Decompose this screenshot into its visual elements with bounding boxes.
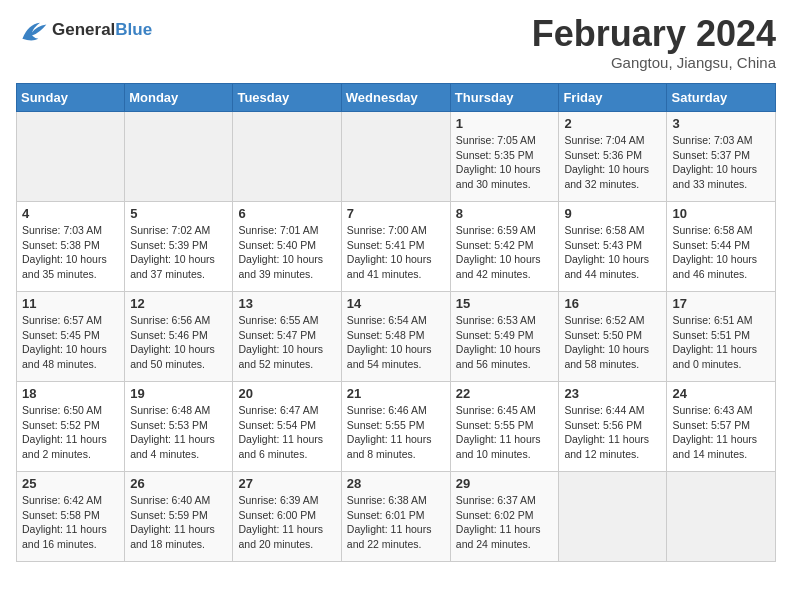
day-number: 7 [347, 206, 445, 221]
day-number: 9 [564, 206, 661, 221]
day-number: 22 [456, 386, 554, 401]
calendar-cell: 28Sunrise: 6:38 AM Sunset: 6:01 PM Dayli… [341, 472, 450, 562]
logo-text: GeneralBlue [52, 20, 152, 40]
calendar-cell: 1Sunrise: 7:05 AM Sunset: 5:35 PM Daylig… [450, 112, 559, 202]
day-number: 11 [22, 296, 119, 311]
day-info: Sunrise: 6:42 AM Sunset: 5:58 PM Dayligh… [22, 493, 119, 552]
calendar-cell: 5Sunrise: 7:02 AM Sunset: 5:39 PM Daylig… [125, 202, 233, 292]
calendar-cell: 14Sunrise: 6:54 AM Sunset: 5:48 PM Dayli… [341, 292, 450, 382]
day-info: Sunrise: 6:37 AM Sunset: 6:02 PM Dayligh… [456, 493, 554, 552]
day-info: Sunrise: 6:51 AM Sunset: 5:51 PM Dayligh… [672, 313, 770, 372]
day-info: Sunrise: 6:58 AM Sunset: 5:44 PM Dayligh… [672, 223, 770, 282]
calendar-cell: 20Sunrise: 6:47 AM Sunset: 5:54 PM Dayli… [233, 382, 341, 472]
weekday-header: Friday [559, 84, 667, 112]
calendar-cell: 11Sunrise: 6:57 AM Sunset: 5:45 PM Dayli… [17, 292, 125, 382]
calendar-cell: 10Sunrise: 6:58 AM Sunset: 5:44 PM Dayli… [667, 202, 776, 292]
calendar-cell: 23Sunrise: 6:44 AM Sunset: 5:56 PM Dayli… [559, 382, 667, 472]
day-number: 28 [347, 476, 445, 491]
calendar-cell: 18Sunrise: 6:50 AM Sunset: 5:52 PM Dayli… [17, 382, 125, 472]
day-number: 14 [347, 296, 445, 311]
weekday-header: Saturday [667, 84, 776, 112]
calendar-week-row: 18Sunrise: 6:50 AM Sunset: 5:52 PM Dayli… [17, 382, 776, 472]
calendar-cell: 24Sunrise: 6:43 AM Sunset: 5:57 PM Dayli… [667, 382, 776, 472]
weekday-header: Wednesday [341, 84, 450, 112]
day-info: Sunrise: 6:57 AM Sunset: 5:45 PM Dayligh… [22, 313, 119, 372]
calendar-cell: 4Sunrise: 7:03 AM Sunset: 5:38 PM Daylig… [17, 202, 125, 292]
calendar-cell: 8Sunrise: 6:59 AM Sunset: 5:42 PM Daylig… [450, 202, 559, 292]
logo: GeneralBlue [16, 16, 152, 44]
calendar-cell [341, 112, 450, 202]
day-number: 18 [22, 386, 119, 401]
calendar-cell [667, 472, 776, 562]
calendar-cell: 9Sunrise: 6:58 AM Sunset: 5:43 PM Daylig… [559, 202, 667, 292]
day-number: 15 [456, 296, 554, 311]
day-info: Sunrise: 7:02 AM Sunset: 5:39 PM Dayligh… [130, 223, 227, 282]
calendar-cell [559, 472, 667, 562]
calendar-cell: 3Sunrise: 7:03 AM Sunset: 5:37 PM Daylig… [667, 112, 776, 202]
day-info: Sunrise: 6:55 AM Sunset: 5:47 PM Dayligh… [238, 313, 335, 372]
day-info: Sunrise: 6:56 AM Sunset: 5:46 PM Dayligh… [130, 313, 227, 372]
location: Gangtou, Jiangsu, China [532, 54, 776, 71]
day-info: Sunrise: 7:05 AM Sunset: 5:35 PM Dayligh… [456, 133, 554, 192]
calendar-week-row: 25Sunrise: 6:42 AM Sunset: 5:58 PM Dayli… [17, 472, 776, 562]
day-number: 24 [672, 386, 770, 401]
day-info: Sunrise: 6:40 AM Sunset: 5:59 PM Dayligh… [130, 493, 227, 552]
day-number: 3 [672, 116, 770, 131]
day-number: 21 [347, 386, 445, 401]
day-info: Sunrise: 7:03 AM Sunset: 5:37 PM Dayligh… [672, 133, 770, 192]
day-number: 5 [130, 206, 227, 221]
day-number: 27 [238, 476, 335, 491]
day-number: 8 [456, 206, 554, 221]
day-number: 19 [130, 386, 227, 401]
calendar-cell: 19Sunrise: 6:48 AM Sunset: 5:53 PM Dayli… [125, 382, 233, 472]
day-number: 12 [130, 296, 227, 311]
calendar-week-row: 1Sunrise: 7:05 AM Sunset: 5:35 PM Daylig… [17, 112, 776, 202]
day-number: 17 [672, 296, 770, 311]
day-info: Sunrise: 6:43 AM Sunset: 5:57 PM Dayligh… [672, 403, 770, 462]
day-info: Sunrise: 6:39 AM Sunset: 6:00 PM Dayligh… [238, 493, 335, 552]
calendar-table: SundayMondayTuesdayWednesdayThursdayFrid… [16, 83, 776, 562]
day-number: 13 [238, 296, 335, 311]
day-info: Sunrise: 7:04 AM Sunset: 5:36 PM Dayligh… [564, 133, 661, 192]
day-number: 20 [238, 386, 335, 401]
day-info: Sunrise: 6:47 AM Sunset: 5:54 PM Dayligh… [238, 403, 335, 462]
title-block: February 2024 Gangtou, Jiangsu, China [532, 16, 776, 71]
day-info: Sunrise: 6:52 AM Sunset: 5:50 PM Dayligh… [564, 313, 661, 372]
calendar-cell [125, 112, 233, 202]
weekday-header: Thursday [450, 84, 559, 112]
month-title: February 2024 [532, 16, 776, 52]
calendar-cell [233, 112, 341, 202]
page-header: GeneralBlue February 2024 Gangtou, Jiang… [16, 16, 776, 71]
day-number: 6 [238, 206, 335, 221]
weekday-header: Sunday [17, 84, 125, 112]
day-info: Sunrise: 6:38 AM Sunset: 6:01 PM Dayligh… [347, 493, 445, 552]
calendar-cell: 15Sunrise: 6:53 AM Sunset: 5:49 PM Dayli… [450, 292, 559, 382]
day-info: Sunrise: 6:59 AM Sunset: 5:42 PM Dayligh… [456, 223, 554, 282]
day-number: 23 [564, 386, 661, 401]
day-number: 1 [456, 116, 554, 131]
day-number: 10 [672, 206, 770, 221]
calendar-week-row: 11Sunrise: 6:57 AM Sunset: 5:45 PM Dayli… [17, 292, 776, 382]
calendar-cell: 2Sunrise: 7:04 AM Sunset: 5:36 PM Daylig… [559, 112, 667, 202]
calendar-cell [17, 112, 125, 202]
day-number: 4 [22, 206, 119, 221]
calendar-cell: 6Sunrise: 7:01 AM Sunset: 5:40 PM Daylig… [233, 202, 341, 292]
day-info: Sunrise: 6:46 AM Sunset: 5:55 PM Dayligh… [347, 403, 445, 462]
calendar-cell: 17Sunrise: 6:51 AM Sunset: 5:51 PM Dayli… [667, 292, 776, 382]
weekday-header: Tuesday [233, 84, 341, 112]
calendar-cell: 27Sunrise: 6:39 AM Sunset: 6:00 PM Dayli… [233, 472, 341, 562]
day-info: Sunrise: 6:45 AM Sunset: 5:55 PM Dayligh… [456, 403, 554, 462]
calendar-cell: 16Sunrise: 6:52 AM Sunset: 5:50 PM Dayli… [559, 292, 667, 382]
day-info: Sunrise: 7:03 AM Sunset: 5:38 PM Dayligh… [22, 223, 119, 282]
calendar-cell: 21Sunrise: 6:46 AM Sunset: 5:55 PM Dayli… [341, 382, 450, 472]
day-info: Sunrise: 6:44 AM Sunset: 5:56 PM Dayligh… [564, 403, 661, 462]
calendar-cell: 22Sunrise: 6:45 AM Sunset: 5:55 PM Dayli… [450, 382, 559, 472]
day-info: Sunrise: 7:00 AM Sunset: 5:41 PM Dayligh… [347, 223, 445, 282]
day-number: 29 [456, 476, 554, 491]
day-info: Sunrise: 6:58 AM Sunset: 5:43 PM Dayligh… [564, 223, 661, 282]
day-info: Sunrise: 6:54 AM Sunset: 5:48 PM Dayligh… [347, 313, 445, 372]
day-number: 26 [130, 476, 227, 491]
day-number: 16 [564, 296, 661, 311]
calendar-cell: 12Sunrise: 6:56 AM Sunset: 5:46 PM Dayli… [125, 292, 233, 382]
day-info: Sunrise: 6:53 AM Sunset: 5:49 PM Dayligh… [456, 313, 554, 372]
